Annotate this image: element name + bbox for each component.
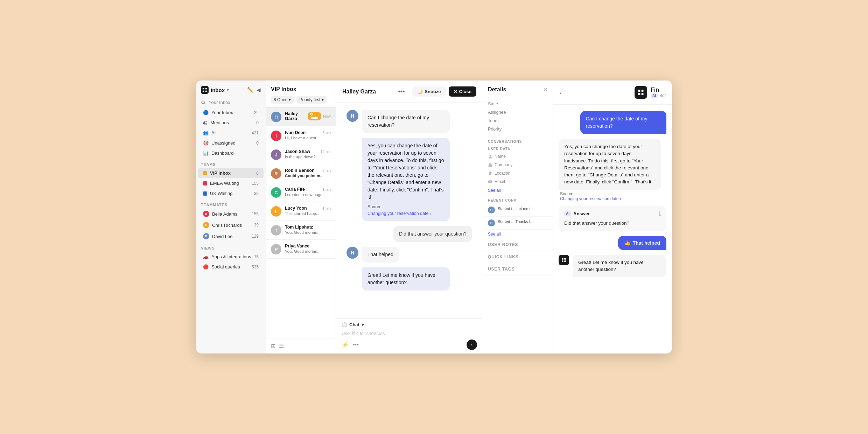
conv-name-jason: Jason Shaw (285, 149, 310, 154)
close-icon: ✕ (454, 89, 457, 94)
user-circle-icon: 🔵 (203, 110, 209, 115)
avatar-carla: C (271, 187, 281, 198)
send-button[interactable]: › (467, 340, 477, 350)
conv-item-jason-shaw[interactable]: J Jason Shaw 12min Is the app down? (266, 145, 336, 164)
sidebar-item-mentions[interactable]: @ Mentions 0 (198, 118, 264, 128)
svg-line-5 (204, 103, 205, 104)
sidebar-item-dashboard[interactable]: 📊 Dashboard (198, 148, 264, 158)
user-notes-section[interactable]: USER NOTES (483, 239, 553, 251)
conv-list-title: VIP Inbox (271, 86, 331, 92)
social-label: Social queries (211, 264, 240, 270)
see-all-convs-link[interactable]: See all (483, 230, 553, 239)
social-badge: 535 (252, 265, 259, 270)
lightning-icon[interactable]: ⚡ (342, 342, 349, 348)
timer-badge: ⏱ 3min (308, 112, 321, 120)
conv-preview-carla: I created a new page... (285, 192, 331, 197)
userdata-name-row: Name (483, 152, 553, 161)
filter-open-button[interactable]: 8 Open ▾ (271, 96, 294, 104)
recent-conv-item-2[interactable]: H Started ... Thanks f... (483, 217, 553, 230)
details-close-button[interactable]: ✕ (543, 86, 548, 93)
sidebar-item-vip-inbox[interactable]: VIP Inbox 8 (198, 168, 264, 178)
emea-badge: 155 (252, 181, 259, 186)
details-team-row: Team (488, 118, 548, 123)
conv-preview-robin: Could you point m... (285, 174, 331, 178)
all-badge: 421 (252, 131, 259, 135)
userdata-location-label: Location (495, 171, 510, 176)
conv-preview-jason: Is the app down? (285, 155, 331, 159)
mentions-icon: @ (203, 120, 208, 125)
sidebar-search-button[interactable]: Your Inbox (196, 97, 266, 107)
chris-avatar: C (203, 222, 209, 228)
see-all-userdata-link[interactable]: See all (483, 186, 553, 195)
uk-label: UK Waiting (210, 191, 233, 196)
conv-item-hailey-garza[interactable]: H Hailey Garza ⏱ 3min Now (266, 107, 336, 126)
source-link[interactable]: Changing your reservation date › (368, 210, 444, 217)
close-button[interactable]: ✕ Close (449, 86, 476, 97)
details-priority-row: Priority (488, 127, 548, 132)
chat-footer: 📋 Chat ▾ Use ⌘K for shortcuts ⚡ ••• › (336, 318, 483, 354)
sidebar-item-apps-integrations[interactable]: 🚗 Apps & Integrations 15 (198, 252, 264, 262)
svg-rect-0 (203, 88, 204, 89)
bella-avatar: B (203, 211, 209, 217)
more-options-button[interactable]: ••• (393, 85, 410, 98)
fin-bubble-followup: Great! Let me know if you have another q… (573, 255, 666, 278)
avatar-jason: J (271, 149, 281, 160)
conv-item-carla-fite[interactable]: C Carla Fité 1min I created a new page..… (266, 183, 336, 202)
sidebar-item-bella-adams[interactable]: B Bella Adams 155 (198, 208, 264, 219)
mentions-badge: 0 (256, 120, 259, 125)
chat-footer-actions: ⚡ ••• › (342, 340, 477, 350)
fin-that-helped-button[interactable]: 👍 That helped (618, 236, 666, 250)
apps-icon: 🚗 (203, 254, 209, 259)
sidebar-item-uk-waiting[interactable]: UK Waiting 39 (198, 188, 264, 198)
conv-item-lucy-yoon[interactable]: L Lucy Yoon 1min This started happ... (266, 202, 336, 221)
list-icon[interactable]: ☰ (279, 343, 284, 349)
sidebar-item-all[interactable]: 👥 All 421 (198, 128, 264, 138)
fin-answer-section: AI Answer ℹ Did that answer your questio… (559, 206, 666, 231)
conv-item-priya-vance[interactable]: P Priya Vance You: Good mornin... (266, 240, 336, 259)
avatar-lucy: L (271, 206, 281, 217)
fin-source-link[interactable]: Changing your reservation date › (560, 196, 665, 201)
svg-rect-12 (642, 90, 644, 92)
sidebar-item-social-queries[interactable]: 🔴 Social queries 535 (198, 262, 264, 272)
fin-bubble-user-1: Can I change the date of my reservation? (580, 111, 666, 134)
conv-name-robin: Robin Benson (285, 168, 315, 173)
unassigned-badge: 0 (256, 141, 259, 146)
mentions-label: Mentions (210, 120, 229, 125)
sidebar-item-chris-richards[interactable]: C Chris Richards 39 (198, 219, 264, 231)
conv-item-robin-benson[interactable]: R Robin Benson 2min Could you point m... (266, 164, 336, 183)
sidebar-item-emea-waiting[interactable]: EMEA Waiting 155 (198, 178, 264, 188)
avatar-robin: R (271, 168, 281, 179)
msg-bubble-user-2: That helped (362, 247, 399, 262)
fin-back-button[interactable]: ‹ (559, 89, 561, 96)
chat-mode-selector[interactable]: 📋 Chat ▾ (342, 322, 477, 327)
app-container: Inbox ▾ ✏️ ◀ Your Inbox 🔵 Your Inbox 22 … (196, 80, 672, 354)
collapse-icon[interactable]: ◀ (257, 87, 261, 93)
user-tags-section[interactable]: USER TAGS (483, 263, 553, 275)
search-label: Your Inbox (209, 100, 230, 105)
sidebar-item-your-inbox[interactable]: 🔵 Your Inbox 22 (198, 107, 264, 118)
recent-conv-item-1[interactable]: H Started t... Let me t... (483, 204, 553, 217)
emea-color-dot (203, 181, 207, 186)
filter-priority-button[interactable]: Priority first ▾ (296, 96, 327, 104)
info-icon[interactable]: ℹ (659, 210, 661, 217)
conv-item-ivan-deen[interactable]: I Ivan Deen 8min Hi, I have a quest... (266, 126, 336, 145)
more-icon[interactable]: ••• (353, 342, 359, 348)
compose-icon[interactable]: ✏️ (247, 87, 254, 93)
userdata-company-row: Company (483, 161, 553, 169)
grid-icon[interactable]: ⊞ (271, 343, 275, 349)
sidebar-header: Inbox ▾ ✏️ ◀ (196, 80, 266, 97)
quick-links-section[interactable]: QUICK LINKS (483, 251, 553, 263)
all-icon: 👥 (203, 130, 209, 135)
snooze-button[interactable]: 🌙 Snooze (412, 86, 446, 97)
avatar-ivan: I (271, 131, 281, 141)
sidebar-title-button[interactable]: Inbox ▾ (201, 86, 229, 94)
msg-row-bot-1: Yes, you can change the date of your res… (346, 138, 472, 221)
conv-name-carla: Carla Fité (285, 187, 305, 192)
conv-item-tom-lipshutz[interactable]: T Tom Lipshutz You: Good mornin... (266, 221, 336, 240)
sidebar-item-david-lee[interactable]: D David Lee 129 (198, 231, 264, 242)
fin-logo-small (559, 255, 569, 265)
fin-msg-user-1: Can I change the date of my reservation? (559, 111, 666, 134)
msg-bubble-bot-2: Great! Let me know if you have another q… (362, 267, 450, 290)
sidebar-item-unassigned[interactable]: 🎯 Unassigned 0 (198, 138, 264, 148)
userdata-company-label: Company (495, 162, 512, 167)
